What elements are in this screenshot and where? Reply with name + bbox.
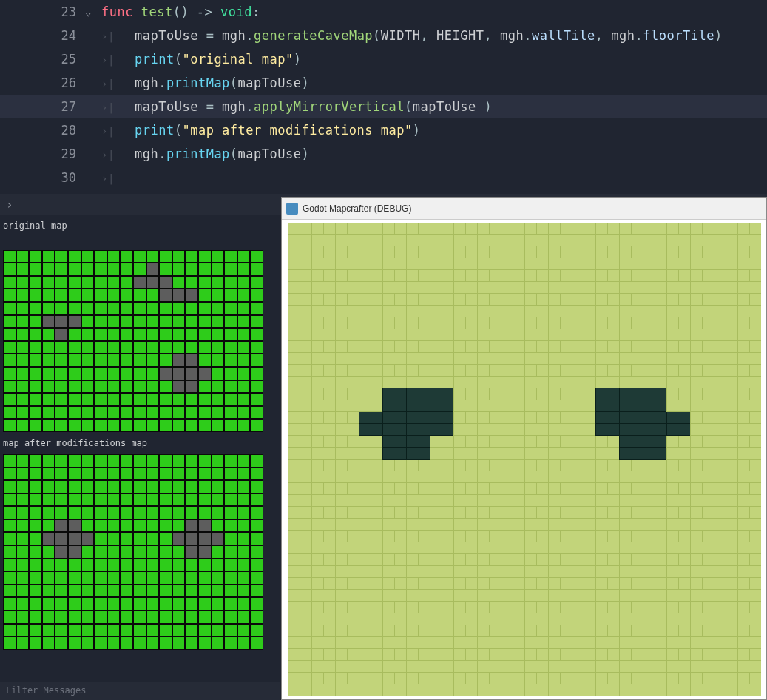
map-tile [172, 250, 186, 263]
map-tile [133, 494, 146, 507]
map-tile [3, 597, 16, 610]
code-line[interactable]: 23⌄func test() -> void: [0, 0, 767, 24]
map-tile [16, 519, 30, 533]
map-tile [172, 636, 186, 650]
map-tile [237, 354, 251, 367]
map-tile [81, 328, 95, 341]
map-tile [81, 532, 95, 545]
map-tile [224, 571, 237, 585]
map-tile [212, 636, 225, 650]
code-content[interactable]: ›|print("original map") [101, 47, 301, 72]
map-tile [250, 367, 263, 380]
tilemap-original [3, 237, 277, 432]
map-tile [55, 624, 68, 637]
map-tile [237, 624, 251, 637]
map-tile [133, 559, 146, 572]
map-tile [159, 419, 172, 432]
code-line[interactable]: 28›|print("map after modifications map") [0, 118, 767, 142]
map-tile [185, 328, 198, 341]
code-line[interactable]: 24›|mapToUse = mgh.generateCaveMap(WIDTH… [0, 24, 767, 47]
map-tile [212, 610, 225, 624]
map-tile [81, 519, 95, 533]
map-tile [29, 480, 42, 494]
map-tile [16, 532, 30, 545]
code-content[interactable]: ›|mgh.printMap(mapToUse) [101, 142, 309, 166]
fold-arrow-icon[interactable]: ⌄ [85, 0, 101, 24]
map-tile [68, 506, 81, 519]
map-tile [16, 494, 30, 507]
title-bar[interactable]: Godot Mapcrafter (DEBUG) [282, 198, 766, 220]
map-tile [29, 367, 42, 380]
code-content[interactable]: ›| [101, 166, 135, 190]
map-tile [107, 367, 121, 380]
map-tile [42, 302, 55, 315]
floor-tiles [288, 223, 761, 696]
map-tile [212, 341, 225, 354]
map-tile [81, 237, 95, 250]
map-tile [237, 571, 251, 585]
map-tile [29, 419, 42, 432]
map-tile [198, 237, 212, 250]
map-tile [185, 380, 198, 394]
map-tile [133, 585, 146, 598]
map-tile [146, 328, 160, 341]
map-tile [212, 289, 225, 302]
map-tile [16, 250, 30, 263]
map-tile [133, 419, 146, 432]
code-line[interactable]: 26›|mgh.printMap(mapToUse) [0, 71, 767, 95]
line-number: 29 [0, 142, 85, 166]
map-tile [172, 406, 186, 420]
map-tile [81, 263, 95, 276]
map-tile [29, 468, 42, 481]
code-editor[interactable]: 23⌄func test() -> void:24›|mapToUse = mg… [0, 0, 767, 194]
map-tile [185, 585, 198, 598]
code-content[interactable]: ›|print("map after modifications map") [101, 118, 421, 143]
map-tile [29, 506, 42, 519]
game-window[interactable]: Godot Mapcrafter (DEBUG) [281, 197, 767, 700]
map-tile [250, 494, 263, 507]
map-tile [16, 419, 30, 432]
map-tile [159, 302, 172, 315]
map-tile [198, 610, 212, 624]
code-line[interactable]: 29›|mgh.printMap(mapToUse) [0, 142, 767, 166]
code-content[interactable]: func test() -> void: [101, 0, 260, 24]
map-tile [146, 315, 160, 329]
map-tile [94, 585, 107, 598]
map-tile [172, 302, 186, 315]
map-tile [237, 597, 251, 610]
map-tile [94, 406, 107, 420]
map-tile [250, 545, 263, 559]
map-tile [29, 237, 42, 250]
code-content[interactable]: ›|mgh.printMap(mapToUse) [101, 71, 309, 95]
map-tile [29, 289, 42, 302]
map-tile [250, 315, 263, 329]
map-tile [107, 597, 121, 610]
map-tile [29, 250, 42, 263]
map-tile [159, 454, 172, 468]
map-tile [172, 468, 186, 481]
output-label-2: map after modifications map [3, 438, 277, 448]
map-tile [133, 532, 146, 545]
map-tile [198, 468, 212, 481]
map-tile [224, 263, 237, 276]
tilemap-modified [3, 454, 277, 650]
map-tile [224, 585, 237, 598]
filter-messages-input[interactable]: Filter Messages [0, 682, 280, 700]
map-tile [224, 597, 237, 610]
map-tile [16, 559, 30, 572]
map-tile [55, 263, 68, 276]
map-tile [198, 454, 212, 468]
code-content[interactable]: ›|mapToUse = mgh.generateCaveMap(WIDTH, … [101, 24, 723, 48]
map-tile [185, 571, 198, 585]
code-line[interactable]: 30›| [0, 166, 767, 189]
code-line[interactable]: 27›|mapToUse = mgh.applyMirrorVertical(m… [0, 95, 767, 118]
output-panel[interactable]: original map map after modifications map [0, 215, 280, 700]
map-tile [42, 419, 55, 432]
map-tile [250, 610, 263, 624]
map-tile [133, 506, 146, 519]
code-line[interactable]: 25›|print("original map") [0, 47, 767, 71]
code-content[interactable]: ›|mapToUse = mgh.applyMirrorVertical(map… [101, 95, 492, 119]
map-tile [224, 289, 237, 302]
map-tile [224, 406, 237, 420]
map-tile [133, 328, 146, 341]
